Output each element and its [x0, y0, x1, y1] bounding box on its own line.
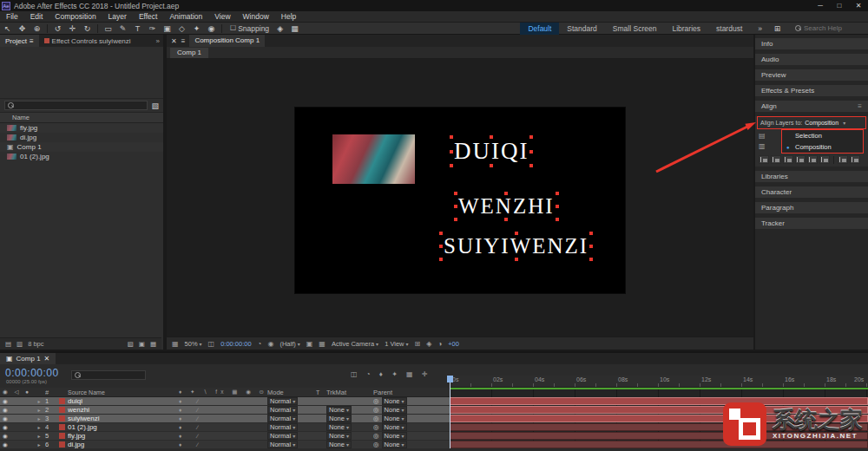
- menu-edit[interactable]: Edit: [24, 11, 49, 23]
- layer-mode-dropdown[interactable]: Normal▾: [267, 397, 298, 405]
- zoom-tool-icon[interactable]: ⊕: [30, 23, 44, 35]
- fast-previews-icon[interactable]: ◈: [426, 340, 431, 348]
- project-search-field[interactable]: [4, 101, 148, 110]
- footage-image[interactable]: [332, 134, 415, 184]
- rotation-tool-icon[interactable]: ↻: [80, 23, 95, 35]
- timeline-layer-row[interactable]: ◉ ▸ 1 duiqi ♦ ∕ Normal▾ ◎None▾: [0, 397, 450, 406]
- layer-parent-dropdown[interactable]: None▾: [382, 441, 407, 448]
- puppet-pin-tool-icon[interactable]: ◉: [204, 23, 219, 35]
- pickwhip-icon[interactable]: ◎: [373, 397, 379, 405]
- layer-mode-dropdown[interactable]: Normal▾: [267, 441, 298, 448]
- panel-menu-icon[interactable]: ≡: [858, 102, 862, 110]
- layer-parent-dropdown[interactable]: None▾: [382, 415, 407, 422]
- layer-name[interactable]: suiyiwenzi: [68, 415, 172, 422]
- layer-visibility-icon[interactable]: ◉: [3, 424, 10, 431]
- layer-switches[interactable]: ♦ ∕: [172, 441, 267, 448]
- workspace-libraries[interactable]: Libraries: [664, 23, 708, 35]
- snapshot-icon[interactable]: ◔: [258, 340, 262, 348]
- hand-tool-icon[interactable]: ✥: [15, 23, 30, 35]
- timeline-layer-row[interactable]: ◉ ▸ 4 01 (2).jpg ♦ ∕ Normal▾ None▾ ◎None…: [0, 423, 450, 432]
- layer-name[interactable]: wenzhi: [68, 406, 172, 414]
- type-tool-icon[interactable]: T: [130, 23, 145, 35]
- magnification-icon[interactable]: ▦: [172, 340, 179, 348]
- menu-effect[interactable]: Effect: [133, 11, 164, 23]
- zoom-level-dropdown[interactable]: 50%▾: [185, 340, 202, 348]
- align-side-icon[interactable]: ▥: [759, 142, 766, 150]
- timeline-current-timecode[interactable]: 0:00:00:00: [5, 367, 59, 379]
- layer-trkmat-dropdown[interactable]: None▾: [326, 441, 352, 448]
- viewer-tab-comp1[interactable]: Comp 1: [170, 48, 208, 58]
- layer-name[interactable]: 01 (2).jpg: [68, 423, 172, 431]
- menu-option-selection[interactable]: Selection: [782, 130, 863, 141]
- bit-depth-label[interactable]: 8 bpc: [28, 340, 43, 348]
- parent-header[interactable]: Parent: [373, 388, 450, 396]
- layer-color-swatch[interactable]: [59, 407, 65, 413]
- workspace-small-screen[interactable]: Small Screen: [605, 23, 665, 35]
- layer-mode-dropdown[interactable]: Normal▾: [267, 432, 298, 440]
- composition-canvas[interactable]: DUIQI WENZHI SUIYIWENZI: [295, 108, 625, 293]
- align-layers-dropdown[interactable]: Composition: [805, 120, 838, 126]
- layer-trkmat-dropdown[interactable]: None▾: [326, 423, 352, 431]
- layer-mode-dropdown[interactable]: Normal▾: [267, 406, 298, 414]
- panel-header-effects-presets[interactable]: Effects & Presets: [755, 85, 868, 96]
- layer-name[interactable]: di.jpg: [68, 441, 172, 448]
- layer-switches[interactable]: ♦ ∕: [172, 415, 267, 422]
- camera-dropdown[interactable]: Active Camera▾: [332, 340, 378, 348]
- panel-header-info[interactable]: Info: [755, 38, 868, 49]
- tab-overflow-chevron[interactable]: »: [153, 37, 163, 45]
- menu-window[interactable]: Window: [237, 11, 275, 23]
- resolution-dropdown[interactable]: (Half)▾: [279, 340, 299, 348]
- align-vertical-center-button[interactable]: [807, 155, 818, 164]
- layer-visibility-icon[interactable]: ◉: [3, 441, 10, 448]
- pixel-aspect-icon[interactable]: ⊞: [415, 340, 421, 348]
- menu-layer[interactable]: Layer: [102, 11, 133, 23]
- align-left-button[interactable]: [759, 155, 769, 164]
- safe-zones-icon[interactable]: ◫: [208, 340, 215, 348]
- project-item-row[interactable]: fly.jpg: [0, 123, 163, 133]
- composition-viewport[interactable]: DUIQI WENZHI SUIYIWENZI: [167, 59, 753, 337]
- timeline-tab-comp1[interactable]: ▣ Comp 1 ✕: [0, 353, 56, 364]
- layer-switches[interactable]: ♦ ∕: [172, 423, 267, 431]
- layer-parent-dropdown[interactable]: None▾: [382, 397, 407, 405]
- panel-menu-icon[interactable]: ≡: [181, 37, 186, 45]
- pickwhip-icon[interactable]: ◎: [373, 406, 379, 414]
- trkmat-header[interactable]: TrkMat: [326, 388, 373, 396]
- layer-mode-dropdown[interactable]: Normal▾: [267, 415, 298, 422]
- maximize-button[interactable]: □: [832, 0, 847, 11]
- region-of-interest-icon[interactable]: ▣: [306, 340, 313, 348]
- timeline-ruler[interactable]: 0s 02s 04s 06s 08s 10s 12s 14s 16s 18s 2…: [450, 376, 868, 388]
- layer-expand-arrow[interactable]: ▸: [37, 424, 40, 430]
- layer-trkmat-dropdown[interactable]: None▾: [326, 432, 352, 440]
- list-view-icon[interactable]: ▤: [5, 340, 11, 348]
- tab-close-icon[interactable]: ✕: [44, 355, 50, 363]
- brush-tool-icon[interactable]: ✑: [145, 23, 160, 35]
- layer-parent-dropdown[interactable]: None▾: [382, 423, 407, 431]
- current-time-indicator[interactable]: [450, 376, 450, 448]
- layer-color-swatch[interactable]: [59, 398, 65, 404]
- layer-switches[interactable]: ♦ ∕: [172, 406, 267, 414]
- snap-option-icon-1[interactable]: ◈: [273, 23, 287, 35]
- panel-header-libraries[interactable]: Libraries: [755, 171, 868, 182]
- view-layout-dropdown[interactable]: 1 View▾: [385, 340, 408, 348]
- exposure-icon[interactable]: ◑: [437, 340, 442, 348]
- align-horizontal-center-button[interactable]: [771, 155, 781, 164]
- layer-expand-arrow[interactable]: ▸: [37, 415, 40, 422]
- project-filter-icon[interactable]: ▧: [151, 101, 159, 110]
- project-item-row[interactable]: ▣ Comp 1: [0, 142, 163, 152]
- panel-close-icon[interactable]: ✕: [171, 37, 177, 45]
- layer-name[interactable]: duiqi: [68, 397, 172, 405]
- mode-header[interactable]: Mode: [267, 388, 316, 396]
- source-name-header[interactable]: Source Name: [68, 388, 172, 396]
- timeline-option-buttons[interactable]: ◫ ◔ ♦ ✦ ▦ ✛: [351, 370, 431, 378]
- tab-project[interactable]: Project ≡: [0, 35, 39, 47]
- panel-header-preview[interactable]: Preview: [755, 69, 868, 81]
- clone-stamp-tool-icon[interactable]: ▣: [160, 23, 174, 35]
- align-side-icon[interactable]: ▤: [759, 132, 766, 140]
- panel-header-character[interactable]: Character: [755, 186, 868, 198]
- close-button[interactable]: ✕: [851, 0, 866, 11]
- layer-trkmat-dropdown[interactable]: None▾: [326, 415, 352, 422]
- panel-menu-icon[interactable]: ≡: [30, 37, 34, 45]
- snapping-checkbox[interactable]: ☐: [230, 24, 236, 32]
- menu-composition[interactable]: Composition: [49, 11, 102, 23]
- panel-header-tracker[interactable]: Tracker: [755, 218, 868, 229]
